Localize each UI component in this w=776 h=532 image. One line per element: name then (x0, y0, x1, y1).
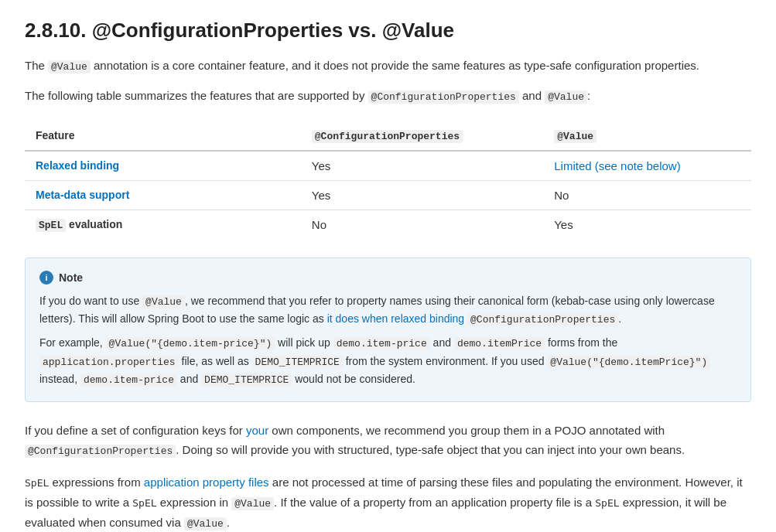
section-paragraph-2: SpEL expressions from application proper… (25, 472, 751, 532)
spel-configprops-value: No (301, 210, 543, 239)
page-title: 2.8.10. @ConfigurationProperties vs. @Va… (25, 19, 751, 43)
table-header-configprops: @ConfigurationProperties (301, 121, 543, 151)
metadata-support-link[interactable]: Meta-data support (36, 189, 129, 201)
table-header-value: @Value (543, 121, 751, 151)
value-code-section2b: @Value (184, 517, 227, 530)
demo-itemprice-2-code: DEMO_ITEMPRICE (201, 373, 292, 387)
table-header-feature: Feature (25, 121, 301, 151)
value-code-section2: @Value (231, 497, 274, 510)
note-paragraph-1: If you do want to use @Value, we recomme… (39, 292, 737, 329)
table-row: Meta-data support Yes No (25, 180, 751, 210)
metadata-configprops-value: Yes (301, 180, 543, 210)
relaxed-binding-link[interactable]: Relaxed binding (36, 159, 119, 172)
limited-note-link[interactable]: Limited (see note below) (554, 159, 680, 172)
spel-code: SpEL (36, 219, 66, 232)
value-itemprice-code: @Value("{demo.itemPrice}") (547, 356, 710, 369)
demo-itemprice-env-code: DEMO_ITEMPRICE (252, 356, 343, 369)
spel-value-value: Yes (543, 210, 751, 239)
feature-comparison-table: Feature @ConfigurationProperties @Value … (25, 121, 751, 239)
relaxed-binding-configprops-value: Yes (301, 151, 543, 181)
spel-text-1: SpEL (25, 477, 49, 489)
section-paragraph-1: If you define a set of configuration key… (25, 421, 751, 461)
table-row: SpEL evaluation No Yes (25, 210, 751, 239)
spel-text-2: SpEL (132, 497, 156, 509)
metadata-value-value: No (543, 180, 751, 210)
note-label: Note (59, 271, 83, 284)
config-props-code-section1: @ConfigurationProperties (25, 445, 176, 458)
note-box: i Note If you do want to use @Value, we … (25, 257, 751, 402)
config-props-code-note1: @ConfigurationProperties (467, 313, 618, 326)
feature-metadata-support: Meta-data support (25, 180, 301, 210)
demo-item-price-code: demo.item-price (333, 337, 430, 350)
table-row: Relaxed binding Yes Limited (see note be… (25, 151, 751, 181)
value-header-code: @Value (554, 130, 597, 143)
demo-item-price-camel-code: demo.itemPrice (454, 337, 545, 350)
relaxed-binding-value-value: Limited (see note below) (543, 151, 751, 181)
note-header: i Note (39, 271, 737, 285)
info-icon: i (39, 271, 53, 285)
value-code-2: @Value (545, 90, 587, 104)
intro-paragraph-1: The @Value annotation is a core containe… (25, 56, 751, 76)
value-code-note1: @Value (142, 295, 185, 309)
value-example-code: @Value("{demo.item-price}") (106, 337, 275, 350)
note-paragraph-2: For example, @Value("{demo.item-price}")… (39, 334, 737, 388)
feature-spel-evaluation: SpEL evaluation (25, 210, 301, 239)
demo-item-price-2-code: demo.item-price (80, 373, 177, 387)
config-props-code-1: @ConfigurationProperties (368, 90, 519, 104)
app-properties-code: application.properties (39, 356, 179, 369)
spel-text-3: SpEL (595, 497, 619, 509)
highlighted-text-1: it does not provide the same features as… (314, 59, 696, 72)
app-property-files-link[interactable]: application property files (144, 476, 269, 489)
config-props-header-code: @ConfigurationProperties (312, 130, 463, 143)
your-highlight: your (246, 424, 268, 437)
feature-relaxed-binding: Relaxed binding (25, 151, 301, 181)
relaxed-binding-highlight: it does when relaxed binding (327, 312, 464, 325)
intro-paragraph-2: The following table summarizes the featu… (25, 87, 751, 106)
value-annotation-1: @Value (48, 60, 91, 73)
